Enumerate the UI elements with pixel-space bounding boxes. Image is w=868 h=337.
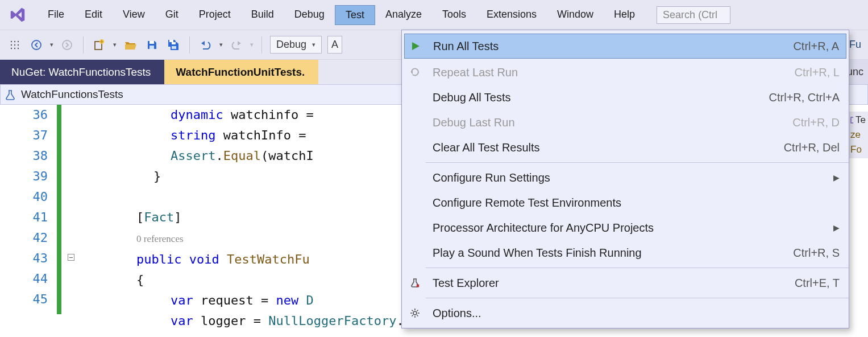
- tab-active[interactable]: WatchFunctionUnitTests.: [164, 60, 318, 84]
- svg-point-1: [14, 40, 15, 42]
- menuitem-configure-run-settings[interactable]: Configure Run Settings▶: [402, 165, 849, 190]
- menuitem-play-a-sound-when-tests-finish-running[interactable]: Play a Sound When Tests Finish RunningCt…: [402, 240, 849, 265]
- menuitem-processor-architecture-for-anycpu-projects[interactable]: Processor Architecture for AnyCPU Projec…: [402, 215, 849, 240]
- config-value: Debug: [276, 39, 306, 51]
- svg-rect-17: [172, 46, 176, 49]
- menu-extensions[interactable]: Extensions: [476, 5, 547, 25]
- menuitem-repeat-last-run: Repeat Last RunCtrl+R, L: [402, 60, 849, 85]
- chevron-right-icon: ▶: [833, 223, 840, 232]
- menu-build[interactable]: Build: [241, 5, 284, 25]
- flask-icon: [4, 89, 16, 100]
- svg-rect-21: [851, 117, 853, 123]
- menuitem-debug-all-tests[interactable]: Debug All TestsCtrl+R, Ctrl+A: [402, 85, 849, 110]
- tab-nuget[interactable]: NuGet: WatchFunctionsTests: [0, 60, 164, 84]
- play-icon: [407, 40, 424, 52]
- menu-debug[interactable]: Debug: [284, 5, 335, 25]
- chevron-down-icon: ▾: [312, 41, 315, 48]
- svg-point-6: [11, 47, 12, 48]
- menuitem-clear-all-test-results[interactable]: Clear All Test ResultsCtrl+R, Del: [402, 135, 849, 160]
- menuitem-debug-last-run: Debug Last RunCtrl+R, D: [402, 110, 849, 135]
- menu-project[interactable]: Project: [189, 5, 241, 25]
- svg-point-10: [63, 40, 72, 50]
- svg-rect-15: [169, 40, 173, 42]
- svg-point-5: [18, 44, 19, 45]
- new-item-chev[interactable]: ▾: [113, 41, 117, 48]
- svg-point-7: [14, 47, 15, 48]
- platform-combo[interactable]: A: [327, 36, 342, 54]
- svg-rect-16: [172, 42, 176, 44]
- breadcrumb-text: WatchFunctionsTests: [21, 88, 123, 101]
- nav-back-chev[interactable]: ▾: [50, 41, 53, 48]
- flask-icon: [406, 277, 423, 289]
- grid-icon[interactable]: [7, 37, 23, 53]
- gear-icon: [406, 307, 423, 319]
- menu-view[interactable]: View: [113, 5, 155, 25]
- config-combo[interactable]: Debug ▾: [270, 36, 322, 54]
- svg-rect-14: [149, 46, 154, 49]
- menu-tools[interactable]: Tools: [432, 5, 476, 25]
- svg-point-8: [18, 47, 19, 48]
- redo-icon: [229, 37, 244, 53]
- svg-point-3: [11, 44, 12, 45]
- svg-point-4: [14, 44, 15, 45]
- svg-point-2: [18, 40, 19, 42]
- menuitem-configure-remote-test-environments[interactable]: Configure Remote Test Environments: [402, 190, 849, 215]
- chevron-right-icon: ▶: [833, 173, 840, 182]
- svg-rect-13: [149, 41, 154, 44]
- save-icon[interactable]: [144, 37, 160, 53]
- menuitem-test-explorer[interactable]: Test ExplorerCtrl+E, T: [402, 270, 849, 295]
- nav-forward-icon: [59, 37, 75, 53]
- svg-point-9: [32, 40, 41, 50]
- vs-logo-icon: [9, 6, 26, 23]
- menu-git[interactable]: Git: [155, 5, 189, 25]
- menu-test[interactable]: Test: [335, 5, 375, 25]
- new-item-icon[interactable]: [92, 37, 107, 53]
- redo-chev: ▾: [250, 41, 254, 48]
- menu-edit[interactable]: Edit: [74, 5, 113, 25]
- menu-window[interactable]: Window: [547, 5, 604, 25]
- svg-point-0: [11, 40, 12, 42]
- menuitem-run-all-tests[interactable]: Run All TestsCtrl+R, A: [404, 34, 846, 59]
- menuitem-options-[interactable]: Options...: [402, 301, 849, 326]
- right-toolwindow[interactable]: Te ze Fo: [848, 112, 868, 158]
- menu-analyze[interactable]: Analyze: [375, 5, 432, 25]
- menu-file[interactable]: File: [38, 5, 74, 25]
- save-all-icon[interactable]: [165, 37, 181, 53]
- menubar: FileEditViewGitProjectBuildDebugTestAnal…: [0, 0, 868, 30]
- nav-back-icon[interactable]: [28, 37, 44, 53]
- menu-help[interactable]: Help: [604, 5, 645, 25]
- undo-chev[interactable]: ▾: [219, 41, 223, 48]
- search-input[interactable]: Search (Ctrl: [657, 6, 730, 24]
- open-icon[interactable]: [122, 37, 138, 53]
- svg-point-22: [413, 311, 417, 315]
- undo-icon[interactable]: [198, 37, 214, 53]
- test-menu-dropdown: Run All TestsCtrl+R, ARepeat Last RunCtr…: [401, 30, 849, 328]
- repeat-icon: [406, 67, 423, 78]
